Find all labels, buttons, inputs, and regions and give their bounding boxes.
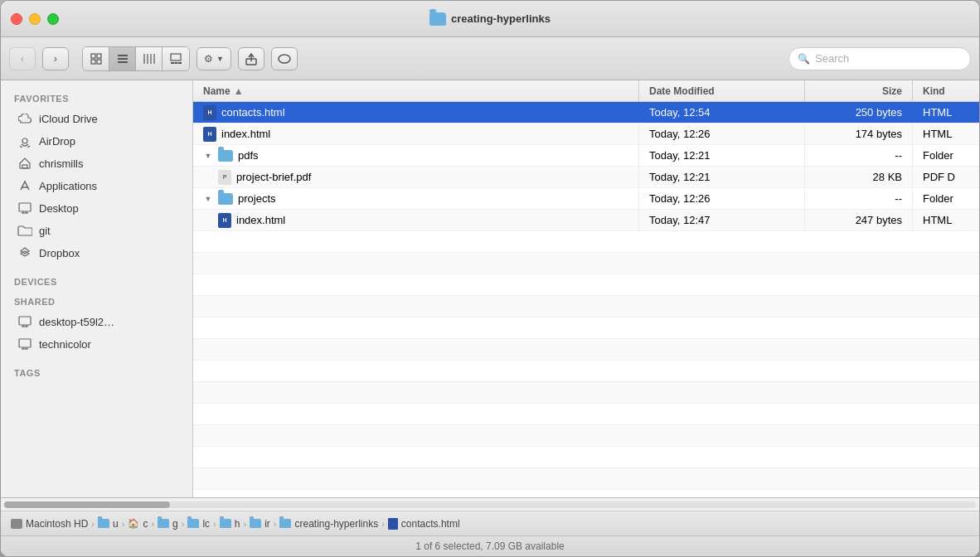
- breadcrumb-label: lc: [202, 518, 210, 530]
- applications-label: Applications: [39, 180, 97, 192]
- sidebar-item-technicolor[interactable]: technicolor: [4, 333, 189, 355]
- tag-icon: [278, 53, 291, 65]
- back-icon: ‹: [21, 52, 24, 65]
- gallery-icon: [170, 53, 182, 65]
- file-size-cell: 247 bytes: [805, 210, 913, 230]
- column-header-name[interactable]: Name ▲: [193, 80, 639, 101]
- scrollbar-track: [4, 501, 976, 508]
- list-view-button[interactable]: [109, 47, 136, 70]
- sidebar-item-chrismills[interactable]: chrismills: [4, 153, 189, 174]
- html-breadcrumb-icon: [388, 518, 398, 530]
- file-name-cell: H index.html: [193, 124, 639, 144]
- file-kind-cell: Folder: [913, 145, 979, 166]
- shared-section-label: Shared: [1, 290, 192, 310]
- file-date-cell: Today, 12:26: [639, 124, 805, 144]
- disclosure-triangle: ▼: [203, 194, 213, 204]
- breadcrumb-label: creating-hyperlinks: [294, 518, 378, 530]
- sidebar-item-icloud-drive[interactable]: iCloud Drive: [4, 108, 189, 129]
- search-box[interactable]: 🔍 Search: [788, 47, 971, 70]
- table-row[interactable]: ▼ pdfs Today, 12:21 -- Folder: [193, 145, 979, 167]
- breadcrumb-item[interactable]: contacts.html: [388, 518, 460, 530]
- column-header-kind[interactable]: Kind: [913, 80, 979, 101]
- breadcrumb-separator: ›: [381, 519, 385, 529]
- empty-row: [193, 253, 979, 274]
- icon-view-button[interactable]: [83, 47, 109, 70]
- forward-button[interactable]: ›: [42, 47, 69, 70]
- toolbar: ‹ ›: [1, 37, 979, 80]
- minimize-button[interactable]: [29, 13, 41, 25]
- column-header-date[interactable]: Date Modified: [639, 80, 805, 101]
- file-kind-cell: HTML: [913, 124, 979, 144]
- breadcrumb-item[interactable]: lc: [187, 518, 210, 530]
- tag-button[interactable]: [271, 47, 298, 70]
- table-row[interactable]: H index.html Today, 12:47 247 bytes HTML: [193, 210, 979, 231]
- sidebar-item-desktop-t59l2[interactable]: desktop-t59l2…: [4, 311, 189, 332]
- file-size-cell: --: [805, 188, 913, 209]
- file-size-cell: 28 KB: [805, 167, 913, 187]
- breadcrumb-label: h: [235, 518, 240, 530]
- file-name-cell: H index.html: [193, 210, 639, 230]
- sidebar-item-desktop[interactable]: Desktop: [4, 197, 189, 219]
- back-button[interactable]: ‹: [9, 47, 36, 70]
- empty-row: [193, 361, 979, 382]
- table-row[interactable]: P project-brief.pdf Today, 12:21 28 KB P…: [193, 167, 979, 188]
- gallery-view-button[interactable]: [163, 47, 189, 70]
- sidebar-item-airdrop[interactable]: AirDrop: [4, 130, 189, 152]
- empty-row: [193, 274, 979, 296]
- breadcrumb-separator: ›: [151, 519, 154, 529]
- folder-breadcrumb-icon: [98, 519, 109, 528]
- breadcrumb-item[interactable]: ir: [250, 518, 270, 530]
- title-text: creating-hyperlinks: [451, 12, 551, 25]
- maximize-button[interactable]: [47, 13, 59, 25]
- sidebar-item-applications[interactable]: Applications: [4, 175, 189, 196]
- svg-rect-3: [97, 60, 101, 64]
- svg-rect-0: [91, 54, 95, 58]
- svg-rect-13: [175, 62, 178, 64]
- file-size-cell: 174 bytes: [805, 124, 913, 144]
- column-view-button[interactable]: [136, 47, 163, 70]
- svg-point-17: [279, 55, 290, 63]
- file-kind-cell: PDF D: [913, 167, 979, 187]
- dropbox-label: Dropbox: [39, 247, 80, 259]
- breadcrumb-label: g: [172, 518, 178, 530]
- breadcrumb-item[interactable]: 🏠 c: [128, 518, 148, 530]
- share-button[interactable]: [238, 47, 264, 70]
- sidebar-item-dropbox[interactable]: Dropbox: [4, 242, 189, 264]
- technicolor-label: technicolor: [39, 338, 91, 351]
- desktop-t59l2-label: desktop-t59l2…: [39, 316, 114, 328]
- finder-window: creating-hyperlinks ‹ ›: [0, 0, 980, 557]
- sidebar-item-git[interactable]: git: [4, 220, 189, 241]
- folder-breadcrumb-icon: [220, 519, 231, 528]
- empty-row: [193, 468, 979, 490]
- breadcrumb-separator: ›: [182, 519, 185, 529]
- breadcrumb-item[interactable]: g: [158, 518, 178, 530]
- action-button[interactable]: ⚙ ▼: [196, 47, 231, 70]
- table-row[interactable]: ▼ projects Today, 12:26 -- Folder: [193, 188, 979, 210]
- breadcrumb-item[interactable]: creating-hyperlinks: [279, 518, 378, 530]
- breadcrumb-label: ir: [264, 518, 270, 530]
- breadcrumb-item[interactable]: h: [220, 518, 240, 530]
- svg-rect-1: [97, 54, 101, 58]
- scrollbar-thumb[interactable]: [4, 501, 170, 508]
- table-row[interactable]: H contacts.html Today, 12:54 250 bytes H…: [193, 102, 979, 124]
- close-button[interactable]: [11, 13, 22, 25]
- scrollbar-area[interactable]: [1, 498, 979, 511]
- file-kind-cell: Folder: [913, 188, 979, 209]
- table-row[interactable]: H index.html Today, 12:26 174 bytes HTML: [193, 124, 979, 145]
- file-name-cell: ▼ pdfs: [193, 145, 639, 166]
- file-name-cell: ▼ projects: [193, 188, 639, 209]
- column-header-size[interactable]: Size: [805, 80, 913, 101]
- empty-row: [193, 339, 979, 361]
- chrismills-label: chrismills: [39, 157, 83, 170]
- breadcrumb-item[interactable]: Macintosh HD: [11, 518, 88, 530]
- file-name-cell: P project-brief.pdf: [193, 167, 639, 187]
- breadcrumb-separator: ›: [243, 519, 246, 529]
- breadcrumb-item[interactable]: u: [98, 518, 119, 530]
- html-file-icon: H: [203, 127, 216, 142]
- folder-breadcrumb-icon: [250, 519, 261, 528]
- search-placeholder: Search: [815, 52, 849, 65]
- file-date-cell: Today, 12:54: [639, 102, 805, 123]
- empty-row: [193, 490, 979, 497]
- breadcrumb-bar: Macintosh HD › u › 🏠 c › g › lc ›: [1, 511, 979, 536]
- svg-rect-27: [19, 317, 31, 325]
